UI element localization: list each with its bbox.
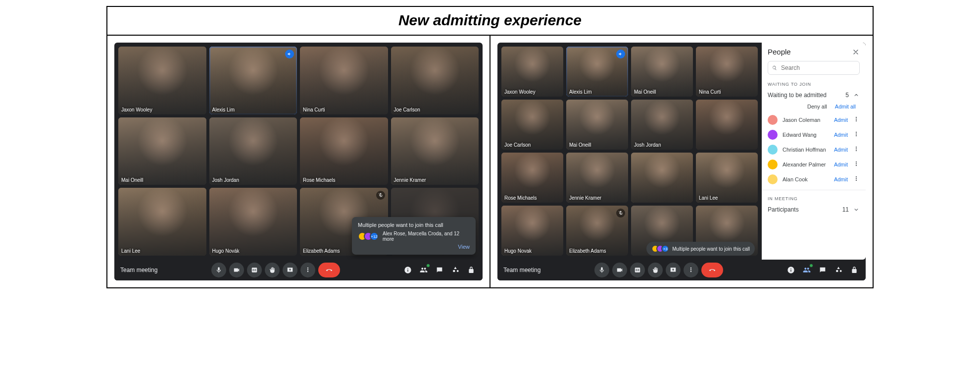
video-tile[interactable]: Hugo Novak [501,206,563,256]
participants-section-header[interactable]: Participants 11 [762,202,866,217]
tile-name: Jaxon Wooley [504,89,536,95]
waiting-count: 5 [845,92,849,99]
leave-call-button[interactable] [701,263,723,277]
captions-button[interactable] [247,263,262,277]
right-icons [402,265,477,275]
info-button[interactable] [402,265,413,275]
video-tile[interactable]: Joe Carlson [391,47,479,114]
admit-button[interactable]: Admit [834,162,848,167]
video-tile[interactable]: Alexis Lim [209,47,297,114]
info-button[interactable] [785,265,796,275]
search-input[interactable] [781,64,855,71]
video-tile[interactable]: Joe Carlson [501,100,563,150]
video-tile[interactable]: Jennie Kramer [391,117,479,185]
video-tile[interactable]: Hugo Novák [209,188,297,256]
camera-button[interactable] [612,263,627,277]
admit-button[interactable]: Admit [834,132,848,138]
join-request-toast-small[interactable]: +3 Multiple people want to join this cal… [646,242,755,256]
tile-name: Nina Curti [699,89,721,95]
video-tile[interactable]: Mai Oneill [566,100,628,150]
person-more-button[interactable] [853,131,860,139]
admit-button[interactable]: Admit [834,117,848,123]
shapes-icon [834,266,842,274]
video-tile[interactable]: Josh Jordan [209,117,297,185]
admit-all-button[interactable]: Admit all [835,104,856,109]
video-tile[interactable] [696,100,758,150]
tile-name: Jaxon Wooley [121,107,152,112]
mic-button[interactable] [211,263,226,277]
bottom-bar: Team meeting [114,260,483,280]
people-panel-title: People [768,48,791,56]
camera-button[interactable] [229,263,244,277]
person-more-button[interactable] [853,146,860,154]
tile-name: Elizabeth Adams [569,248,606,254]
activities-button[interactable] [450,265,461,275]
tile-name: Rose Michaels [303,177,336,183]
video-tile[interactable]: Jaxon Wooley [118,47,206,114]
video-tile[interactable]: Mai Oneill [118,117,206,185]
video-tile[interactable]: Josh Jordan [631,100,693,150]
captions-icon [634,267,641,273]
person-more-button[interactable] [853,161,860,169]
toast-view-link[interactable]: View [358,244,470,250]
people-icon [420,266,428,274]
video-tile[interactable] [631,153,693,203]
video-tile[interactable]: Nina Curti [300,47,388,114]
more-vert-icon [304,267,311,273]
video-tile[interactable]: Elizabeth Adams [566,206,628,256]
waiting-section-header[interactable]: Waiting to be admitted 5 [762,88,866,103]
tile-name: Joe Carlson [504,142,531,148]
raise-hand-button[interactable] [265,263,280,277]
pane-before: Jaxon WooleyAlexis LimNina CurtiJoe Carl… [107,36,490,287]
host-controls-button[interactable] [849,265,860,275]
in-meeting-section-label: IN MEETING [762,193,866,202]
leave-call-button[interactable] [318,263,340,277]
deny-all-button[interactable]: Deny all [807,104,827,109]
meeting-name: Team meeting [503,267,540,273]
video-tile[interactable]: Alexis Lim [566,47,628,97]
panes: Jaxon WooleyAlexis LimNina CurtiJoe Carl… [107,36,873,287]
people-button[interactable] [418,265,429,275]
captions-button[interactable] [630,263,645,277]
video-tile[interactable]: Jennie Kramer [566,153,628,203]
page-title: New admitting experience [107,7,873,36]
more-vert-icon [687,267,694,273]
video-tile[interactable]: Lani Lee [696,153,758,203]
more-button[interactable] [684,263,698,277]
people-button[interactable] [801,265,812,275]
person-more-button[interactable] [853,175,860,184]
captions-icon [251,267,258,273]
video-tile[interactable]: Mai Oneill [631,47,693,97]
video-tile[interactable]: Nina Curti [696,47,758,97]
comparison-frame: New admitting experience Jaxon WooleyAle… [106,6,874,288]
microphone-icon [215,267,222,273]
chevron-down-icon [853,206,860,213]
video-tile[interactable]: Lani Lee [118,188,206,256]
camera-icon [616,267,623,273]
lock-icon [467,266,475,274]
hand-icon [269,267,276,273]
mic-button[interactable] [594,263,609,277]
host-controls-button[interactable] [466,265,477,275]
raise-hand-button[interactable] [648,263,663,277]
people-search[interactable] [768,61,860,75]
admit-button[interactable]: Admit [834,147,848,153]
muted-icon [376,191,385,200]
person-name: Jason Coleman [783,117,829,123]
admit-button[interactable]: Admit [834,176,848,182]
video-tile[interactable]: Jaxon Wooley [501,47,563,97]
activities-button[interactable] [833,265,844,275]
present-button[interactable] [666,263,681,277]
present-button[interactable] [283,263,297,277]
tile-name: Nina Curti [303,107,325,112]
meeting-name: Team meeting [120,267,157,273]
muted-icon [616,209,625,218]
chat-button[interactable] [817,265,828,275]
person-more-button[interactable] [853,116,860,124]
chat-button[interactable] [434,265,445,275]
close-icon[interactable] [852,48,860,56]
video-tile[interactable]: Rose Michaels [501,153,563,203]
video-tile[interactable]: Rose Michaels [300,117,388,185]
join-request-toast: Multiple people want to join this call +… [352,217,476,255]
more-button[interactable] [300,263,315,277]
